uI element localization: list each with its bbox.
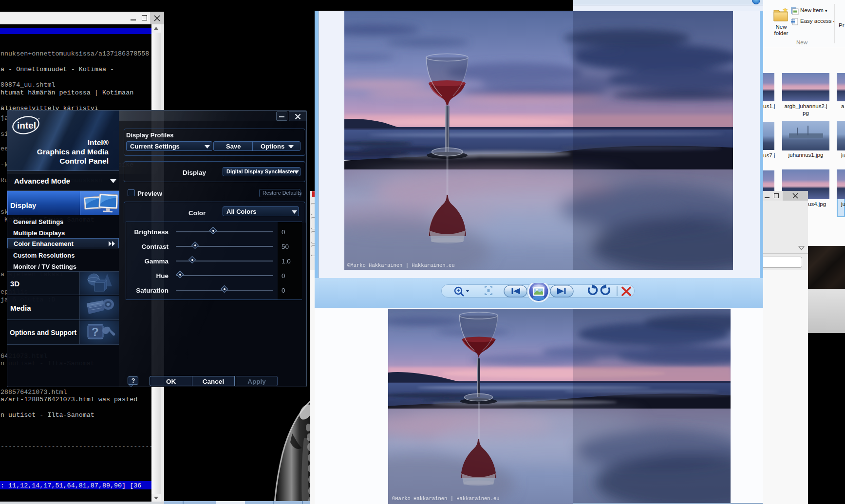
svg-text:?: ? [92, 325, 99, 338]
svg-text:intel: intel [17, 120, 36, 131]
svg-text:©Marko Hakkarainen | Hakkarain: ©Marko Hakkarainen | Hakkarainen.eu [347, 262, 455, 268]
svg-text:©Marko Hakkarainen | Hakkarain: ©Marko Hakkarainen | Hakkarainen.eu [392, 496, 500, 502]
